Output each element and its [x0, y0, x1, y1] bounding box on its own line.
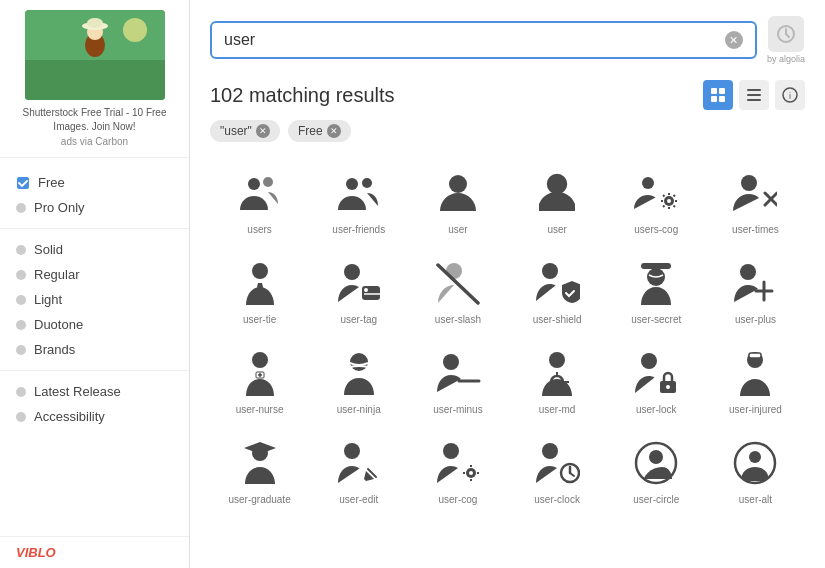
svg-marker-61: [244, 442, 276, 454]
radio-icon-latest: [16, 387, 26, 397]
icon-svg-user-friends: [334, 168, 384, 218]
results-count: 102 matching results: [210, 84, 395, 107]
sidebar-item-light[interactable]: Light: [0, 287, 189, 312]
icon-item-user-injured[interactable]: user-injured: [706, 338, 805, 424]
icon-svg-user-shield: [532, 258, 582, 308]
icon-item-user-nurse[interactable]: user-nurse: [210, 338, 309, 424]
tag-remove-user[interactable]: ✕: [256, 124, 270, 138]
sidebar-label-free: Free: [38, 175, 65, 190]
results-header: 102 matching results: [190, 74, 825, 116]
svg-rect-14: [747, 94, 761, 96]
icon-svg-user-2: [532, 168, 582, 218]
icon-label-user-friends: user-friends: [332, 224, 385, 236]
icon-item-user-friends[interactable]: user-friends: [309, 158, 408, 244]
icon-item-user-tag[interactable]: user-tag: [309, 248, 408, 334]
sidebar-item-brands[interactable]: Brands: [0, 337, 189, 362]
icon-item-user-lock[interactable]: user-lock: [607, 338, 706, 424]
icon-label-user-nurse: user-nurse: [236, 404, 284, 416]
icon-item-user-tie[interactable]: user-tie: [210, 248, 309, 334]
icon-label-users-cog: users-cog: [634, 224, 678, 236]
sidebar-ad[interactable]: Shutterstock Free Trial - 10 Free Images…: [0, 0, 189, 158]
icon-label-user-injured: user-injured: [729, 404, 782, 416]
icon-item-user-md[interactable]: user-md: [508, 338, 607, 424]
icon-label-user-alt: user-alt: [739, 494, 772, 506]
icon-svg-user-alt: [730, 438, 780, 488]
svg-point-23: [548, 175, 566, 193]
svg-point-55: [641, 353, 657, 369]
icon-item-user-1[interactable]: user: [408, 158, 507, 244]
tag-remove-free[interactable]: ✕: [327, 124, 341, 138]
icon-svg-user-graduate: [235, 438, 285, 488]
icon-item-user-cog[interactable]: user-cog: [408, 428, 507, 514]
icon-item-user-minus[interactable]: user-minus: [408, 338, 507, 424]
svg-point-31: [344, 264, 360, 280]
icon-svg-user-ninja: [334, 348, 384, 398]
icon-svg-user-1: [433, 168, 483, 218]
icon-item-user-graduate[interactable]: user-graduate: [210, 428, 309, 514]
icon-svg-user-injured: [730, 348, 780, 398]
svg-rect-62: [258, 454, 262, 458]
icon-svg-user-minus: [433, 348, 483, 398]
svg-line-71: [570, 473, 574, 476]
icon-item-user-ninja[interactable]: user-ninja: [309, 338, 408, 424]
sidebar-divider-2: [0, 370, 189, 371]
search-input[interactable]: [224, 31, 725, 49]
icon-item-user-slash[interactable]: user-slash: [408, 248, 507, 334]
icon-item-user-2[interactable]: user: [508, 158, 607, 244]
icon-item-user-times[interactable]: user-times: [706, 158, 805, 244]
icon-label-user-tie: user-tie: [243, 314, 276, 326]
list-view-button[interactable]: [739, 80, 769, 110]
icon-svg-user-circle: [631, 438, 681, 488]
icon-item-user-plus[interactable]: user-plus: [706, 248, 805, 334]
radio-icon-solid: [16, 245, 26, 255]
search-input-wrapper[interactable]: ✕: [210, 21, 757, 59]
icon-svg-user-clock: [532, 438, 582, 488]
icons-row-1: user-tie user-tag: [210, 248, 805, 334]
sidebar-item-pro-only[interactable]: Pro Only: [0, 195, 189, 220]
svg-rect-9: [711, 88, 717, 94]
sidebar-item-accessibility[interactable]: Accessibility: [0, 404, 189, 429]
icon-item-user-clock[interactable]: user-clock: [508, 428, 607, 514]
svg-point-33: [364, 288, 368, 292]
sidebar-filters: Free Pro Only Solid Regular Light Duoton…: [0, 158, 189, 536]
svg-point-68: [542, 443, 558, 459]
sidebar-label-duotone: Duotone: [34, 317, 83, 332]
sidebar-item-duotone[interactable]: Duotone: [0, 312, 189, 337]
svg-point-57: [666, 385, 670, 389]
sidebar-item-solid[interactable]: Solid: [0, 237, 189, 262]
grid-view-button[interactable]: [703, 80, 733, 110]
icon-item-user-circle[interactable]: user-circle: [607, 428, 706, 514]
sidebar-item-latest-release[interactable]: Latest Release: [0, 379, 189, 404]
icon-label-user-ninja: user-ninja: [337, 404, 381, 416]
svg-point-37: [542, 263, 558, 279]
icon-svg-user-lock: [631, 348, 681, 398]
filter-tag-free[interactable]: Free ✕: [288, 120, 351, 142]
svg-rect-32: [362, 286, 380, 300]
sidebar-label-accessibility: Accessibility: [34, 409, 105, 424]
icon-item-user-secret[interactable]: user-secret: [607, 248, 706, 334]
svg-rect-12: [719, 96, 725, 102]
icon-item-user-alt[interactable]: user-alt: [706, 428, 805, 514]
svg-point-26: [667, 199, 671, 203]
svg-point-75: [749, 451, 761, 463]
icon-item-users[interactable]: users: [210, 158, 309, 244]
algolia-icon: [768, 16, 804, 52]
icon-item-user-edit[interactable]: user-edit: [309, 428, 408, 514]
sidebar-label-solid: Solid: [34, 242, 63, 257]
info-button[interactable]: i: [775, 80, 805, 110]
search-clear-button[interactable]: ✕: [725, 31, 743, 49]
icon-svg-user-cog: [433, 438, 483, 488]
icon-svg-user-nurse: [235, 348, 285, 398]
algolia-label: by algolia: [767, 54, 805, 64]
sidebar-item-free[interactable]: Free: [0, 170, 189, 195]
icon-item-users-cog[interactable]: users-cog: [607, 158, 706, 244]
sidebar-item-regular[interactable]: Regular: [0, 262, 189, 287]
svg-point-43: [252, 352, 268, 368]
filter-tag-user[interactable]: "user" ✕: [210, 120, 280, 142]
tag-text-free: Free: [298, 124, 323, 138]
results-actions: i: [703, 80, 805, 110]
icon-item-user-shield[interactable]: user-shield: [508, 248, 607, 334]
svg-point-73: [649, 450, 663, 464]
radio-icon-regular: [16, 270, 26, 280]
icon-label-users: users: [247, 224, 271, 236]
